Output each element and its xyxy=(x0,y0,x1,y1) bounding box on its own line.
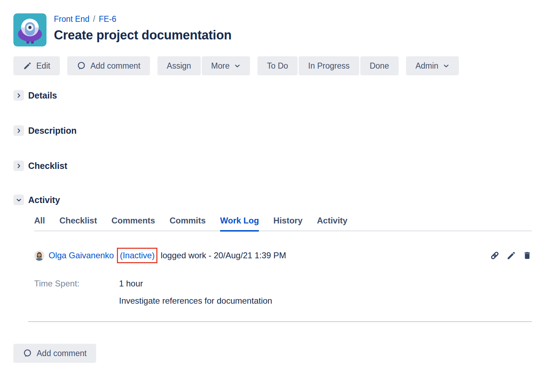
checklist-section-title: Checklist xyxy=(28,161,67,171)
add-comment-button[interactable]: Add comment xyxy=(67,56,150,75)
issue-header: Front End / FE-6 Create project document… xyxy=(13,13,532,46)
breadcrumb-issue-key-link[interactable]: FE-6 xyxy=(99,14,116,24)
project-avatar-alien-icon xyxy=(13,13,46,46)
toolbar: Edit Add comment Assign More To Do xyxy=(13,56,532,75)
chevron-right-icon xyxy=(16,163,21,169)
workflow-button-group: To Do In Progress Done xyxy=(257,56,399,75)
user-avatar[interactable] xyxy=(34,251,44,261)
time-spent-label: Time Spent: xyxy=(34,279,119,289)
activity-collapse-button[interactable] xyxy=(13,195,24,205)
done-button[interactable]: Done xyxy=(360,56,399,75)
checklist-section-header: Checklist xyxy=(13,160,532,171)
tab-work-log[interactable]: Work Log xyxy=(220,216,259,232)
activity-section-header: Activity xyxy=(13,195,532,205)
add-comment-footer-label: Add comment xyxy=(37,349,87,358)
checklist-expand-button[interactable] xyxy=(13,160,24,171)
edit-button-label: Edit xyxy=(36,61,50,71)
comment-bubble-icon xyxy=(23,349,32,358)
description-section-header: Description xyxy=(13,125,532,136)
footer: Add comment xyxy=(13,344,532,363)
edit-pencil-icon[interactable] xyxy=(506,251,516,260)
details-expand-button[interactable] xyxy=(13,90,24,101)
activity-tab-bar: All Checklist Comments Commits Work Log … xyxy=(34,216,532,232)
worklog-description: Investigate references for documentation xyxy=(119,296,532,306)
details-section-title: Details xyxy=(28,90,57,101)
issue-page: Front End / FE-6 Create project document… xyxy=(0,0,555,392)
breadcrumb: Front End / FE-6 xyxy=(54,14,231,24)
permalink-icon[interactable] xyxy=(490,251,500,260)
more-dropdown-button[interactable]: More xyxy=(202,56,250,75)
worklog-author-link[interactable]: Olga Gaivanenko xyxy=(49,251,114,260)
admin-button-label: Admin xyxy=(416,61,438,71)
time-spent-value: 1 hour xyxy=(119,279,532,289)
description-section-title: Description xyxy=(28,126,77,136)
add-comment-footer-button[interactable]: Add comment xyxy=(13,344,96,363)
page-title: Create project documentation xyxy=(54,27,231,43)
assign-button-label: Assign xyxy=(167,61,191,71)
assign-button-group: Assign More xyxy=(157,56,250,75)
tab-comments[interactable]: Comments xyxy=(111,216,155,232)
tab-history[interactable]: History xyxy=(273,216,303,232)
inactive-status-annotation[interactable]: (Inactive) xyxy=(117,248,157,263)
pencil-icon xyxy=(23,62,32,70)
admin-dropdown-button[interactable]: Admin xyxy=(406,56,459,75)
chevron-down-icon xyxy=(443,63,449,69)
tab-checklist[interactable]: Checklist xyxy=(60,216,97,232)
breadcrumb-separator: / xyxy=(93,14,95,24)
details-section-header: Details xyxy=(13,90,532,101)
in-progress-button-label: In Progress xyxy=(308,61,350,71)
worklog-action-text: logged work - 20/Aug/21 1:39 PM xyxy=(161,251,286,260)
worklog-detail: Time Spent: 1 hour Investigate reference… xyxy=(34,279,532,306)
description-expand-button[interactable] xyxy=(13,125,24,136)
worklog-entry: Olga Gaivanenko (Inactive) logged work -… xyxy=(34,248,532,306)
breadcrumb-project-link[interactable]: Front End xyxy=(54,14,89,24)
worklog-header-row: Olga Gaivanenko (Inactive) logged work -… xyxy=(34,248,532,263)
header-text: Front End / FE-6 Create project document… xyxy=(54,13,231,43)
comment-bubble-icon xyxy=(77,61,86,70)
tab-commits[interactable]: Commits xyxy=(169,216,206,232)
tab-all[interactable]: All xyxy=(34,216,45,232)
assign-button[interactable]: Assign xyxy=(157,56,201,75)
activity-section-title: Activity xyxy=(28,195,60,205)
delete-trash-icon[interactable] xyxy=(523,251,532,260)
chevron-right-icon xyxy=(16,128,21,133)
edit-button[interactable]: Edit xyxy=(13,56,60,75)
worklog-divider xyxy=(28,321,532,322)
chevron-down-icon xyxy=(16,197,21,203)
tab-activity[interactable]: Activity xyxy=(317,216,348,232)
add-comment-button-label: Add comment xyxy=(91,61,141,71)
chevron-right-icon xyxy=(16,93,21,98)
worklog-summary-line: Olga Gaivanenko (Inactive) logged work -… xyxy=(49,248,286,263)
chevron-down-icon xyxy=(234,63,241,69)
to-do-button-label: To Do xyxy=(267,61,288,71)
to-do-button[interactable]: To Do xyxy=(257,56,298,75)
in-progress-button[interactable]: In Progress xyxy=(299,56,359,75)
done-button-label: Done xyxy=(370,61,389,71)
worklog-actions xyxy=(490,251,532,260)
more-button-label: More xyxy=(211,61,230,71)
